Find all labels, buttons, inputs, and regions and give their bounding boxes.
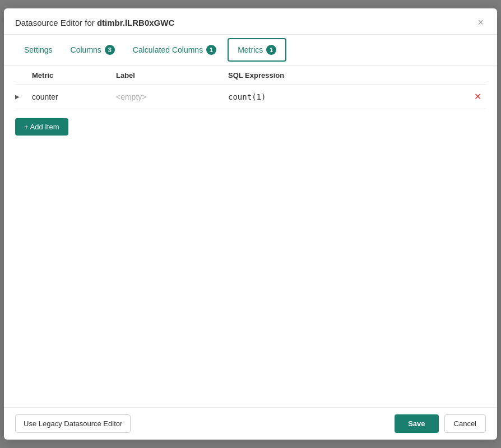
legacy-editor-button[interactable]: Use Legacy Datasource Editor <box>15 414 131 433</box>
col-metric-header: Metric <box>32 71 116 80</box>
tab-metrics-badge: 1 <box>266 45 276 55</box>
footer-actions: Save Cancel <box>395 414 486 433</box>
tab-columns[interactable]: Columns 3 <box>62 39 124 60</box>
table-row: ▶ counter <empty> count(1) ✕ <box>15 85 486 109</box>
tab-columns-label: Columns <box>71 45 101 54</box>
metric-name: counter <box>32 92 116 101</box>
modal-footer: Use Legacy Datasource Editor Save Cancel <box>4 407 497 440</box>
tab-metrics-label: Metrics <box>238 45 263 54</box>
modal-title-prefix: Datasource Editor for <box>15 18 97 27</box>
sql-expression: count(1) <box>228 92 469 101</box>
delete-row-button[interactable]: ✕ <box>469 91 486 102</box>
tab-metrics[interactable]: Metrics 1 <box>228 38 286 62</box>
col-delete <box>469 71 486 80</box>
tab-calculated-columns-label: Calculated Columns <box>133 45 203 54</box>
cancel-button[interactable]: Cancel <box>444 414 486 433</box>
tab-content-metrics: Metric Label SQL Expression ▶ counter <e… <box>4 66 497 407</box>
modal-overlay: Datasource Editor for dtimbr.lLRB0xGWC ×… <box>0 0 501 448</box>
modal-header: Datasource Editor for dtimbr.lLRB0xGWC × <box>4 8 497 35</box>
modal-title-name: dtimbr.lLRB0xGWC <box>97 18 174 27</box>
modal: Datasource Editor for dtimbr.lLRB0xGWC ×… <box>4 8 497 440</box>
tab-settings[interactable]: Settings <box>15 40 62 60</box>
table-header: Metric Label SQL Expression <box>15 66 486 85</box>
add-item-button[interactable]: + Add Item <box>15 118 68 136</box>
tabs-bar: Settings Columns 3 Calculated Columns 1 … <box>4 35 497 66</box>
save-button[interactable]: Save <box>395 414 438 433</box>
close-button[interactable]: × <box>475 17 486 27</box>
col-sql-header: SQL Expression <box>228 71 469 80</box>
expand-icon[interactable]: ▶ <box>15 94 32 100</box>
modal-title: Datasource Editor for dtimbr.lLRB0xGWC <box>15 18 174 27</box>
tab-calculated-columns-badge: 1 <box>206 45 216 55</box>
tab-columns-badge: 3 <box>105 45 115 55</box>
tab-settings-label: Settings <box>24 45 53 54</box>
metric-label: <empty> <box>116 92 228 101</box>
col-label-header: Label <box>116 71 228 80</box>
col-expand <box>15 71 32 80</box>
tab-calculated-columns[interactable]: Calculated Columns 1 <box>124 39 225 60</box>
